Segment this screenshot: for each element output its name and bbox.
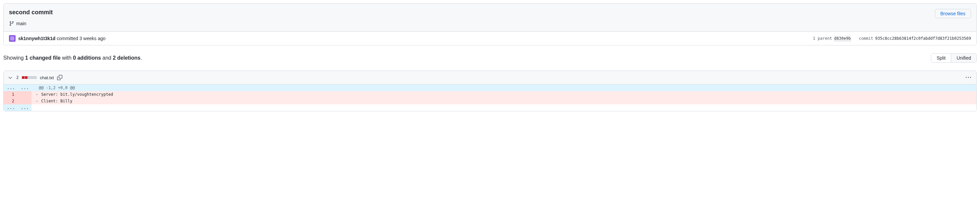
diff-line-deletion: 2 - Client: Billy [4,98,976,105]
commit-time: 3 weeks ago [79,36,105,41]
branch-row: main [9,21,971,26]
diff-square-neutral [34,76,37,79]
commit-meta: sk1nnywh1t3k1d committed 3 weeks ago 1 p… [4,32,976,45]
diff-view-toggle: Split Unified [931,53,977,63]
diff-square-neutral [31,76,33,79]
deletion-marker: - [35,91,39,98]
git-branch-icon [9,21,14,26]
parent-info: 1 parent d830e9b [813,36,851,41]
unified-view-button[interactable]: Unified [951,54,976,62]
line-content: - Client: Billy [32,98,976,105]
avatar[interactable] [9,35,16,42]
expand-row: ... ... [4,105,976,111]
branch-link[interactable]: main [16,21,26,26]
collapse-file-button[interactable] [8,75,13,80]
line-content: - Server: bit.ly/voughtencrypted [32,91,976,98]
commit-info-right: 1 parent d830e9b commit 935c8cc28b63814f… [813,36,971,41]
author-link[interactable]: sk1nnywh1t3k1d [18,36,56,41]
commit-sha-label: commit [859,36,873,41]
split-view-button[interactable]: Split [931,54,951,62]
deletions-count: 2 deletions [113,55,141,61]
diff-square-deletion [22,76,25,79]
new-line-number[interactable] [18,98,32,105]
copy-icon [57,75,62,80]
chevron-down-icon [8,75,13,80]
hunk-header-text: @@ -1,2 +0,0 @@ [32,84,976,91]
diff-square-deletion [25,76,27,79]
new-line-number[interactable] [18,91,32,98]
author-section: sk1nnywh1t3k1d committed 3 weeks ago [9,35,105,42]
expand-up-button[interactable]: ... [18,84,32,91]
expand-down-button[interactable]: ... [18,105,32,111]
deletion-marker: - [35,98,39,105]
expand-up-button[interactable]: ... [4,84,18,91]
file-diff: 2 chat.txt [3,71,977,111]
old-line-number[interactable]: 2 [4,98,18,105]
diff-table: ... ... @@ -1,2 +0,0 @@ 1 - Server: bit.… [4,84,976,111]
expand-content [32,105,976,111]
parent-label: 1 parent [813,36,832,41]
files-changed-count: 1 changed file [25,55,61,61]
browse-files-button[interactable]: Browse files [935,9,971,18]
old-line-number[interactable]: 1 [4,91,18,98]
commit-header: second commit Browse files main [4,4,976,32]
file-header: 2 chat.txt [4,71,976,84]
commit-title: second commit [9,9,53,16]
commit-full-sha: 935c8cc28b63814f2c0fabddf7d83f21b0253569 [875,36,971,41]
commit-title-row: second commit Browse files [9,9,971,18]
hunk-header-row: ... ... @@ -1,2 +0,0 @@ [4,84,976,91]
diff-square-neutral [28,76,30,79]
file-actions-menu[interactable] [964,74,972,81]
file-header-left: 2 chat.txt [8,75,62,80]
diff-stats-row: Showing 1 changed file with 0 additions … [3,48,977,68]
commit-box: second commit Browse files main sk1nnywh… [3,3,977,45]
diff-stats-text: Showing 1 changed file with 0 additions … [3,55,142,61]
file-change-count: 2 [16,75,19,80]
parent-sha-link[interactable]: d830e9b [834,36,851,41]
expand-down-button[interactable]: ... [4,105,18,111]
copy-path-button[interactable] [57,75,62,80]
commit-action-text: committed [57,36,79,41]
additions-count: 0 additions [73,55,101,61]
avatar-image [10,36,14,40]
commit-sha-info: commit 935c8cc28b63814f2c0fabddf7d83f21b… [859,36,971,41]
kebab-horizontal-icon [966,75,971,80]
file-name-link[interactable]: chat.txt [40,75,54,80]
diff-line-deletion: 1 - Server: bit.ly/voughtencrypted [4,91,976,98]
diff-squares [22,76,37,79]
